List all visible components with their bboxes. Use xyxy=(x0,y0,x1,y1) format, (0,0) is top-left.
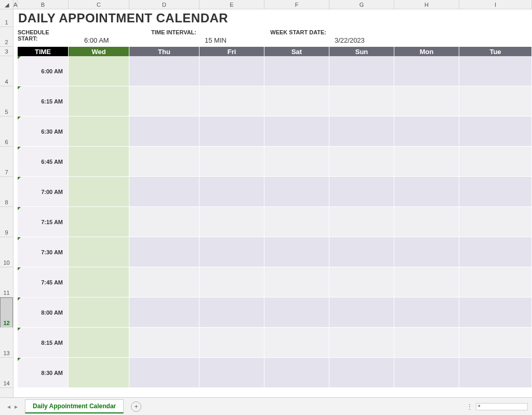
appt-cell[interactable] xyxy=(129,116,200,146)
time-cell[interactable]: 6:45 AM xyxy=(18,147,69,176)
appt-cell[interactable] xyxy=(264,267,329,297)
row-header-7[interactable]: 7 xyxy=(0,147,13,177)
appt-cell[interactable] xyxy=(264,207,329,237)
time-cell[interactable]: 6:15 AM xyxy=(18,86,69,116)
appt-cell[interactable] xyxy=(200,358,264,387)
appt-cell[interactable] xyxy=(459,86,532,116)
appt-cell[interactable] xyxy=(69,358,129,387)
row-header-2[interactable]: 2 xyxy=(0,27,13,47)
appt-cell[interactable] xyxy=(69,56,129,86)
appt-cell[interactable] xyxy=(329,328,394,357)
row-header-13[interactable]: 13 xyxy=(0,328,13,358)
appt-cell[interactable] xyxy=(69,237,129,267)
appt-cell[interactable] xyxy=(200,177,264,206)
appt-cell[interactable] xyxy=(459,116,532,146)
row-header-3[interactable]: 3 xyxy=(0,47,13,56)
appt-cell[interactable] xyxy=(264,358,329,387)
col-header-D[interactable]: D xyxy=(129,0,200,9)
appt-cell[interactable] xyxy=(200,328,264,357)
appt-cell[interactable] xyxy=(394,147,459,176)
appt-cell[interactable] xyxy=(264,147,329,176)
appt-cell[interactable] xyxy=(69,86,129,116)
appt-cell[interactable] xyxy=(69,267,129,297)
appt-cell[interactable] xyxy=(264,177,329,206)
appt-cell[interactable] xyxy=(394,358,459,387)
appt-cell[interactable] xyxy=(459,358,532,387)
row-header-4[interactable]: 4 xyxy=(0,56,13,86)
schedule-start-value[interactable]: 6:00 AM xyxy=(69,27,129,47)
appt-cell[interactable] xyxy=(69,297,129,327)
appt-cell[interactable] xyxy=(394,328,459,357)
col-header-G[interactable]: G xyxy=(329,0,394,9)
sheet-content[interactable]: DAILY APPOINTMENT CALENDAR SCHEDULE STAR… xyxy=(14,9,532,397)
appt-cell[interactable] xyxy=(129,267,200,297)
appt-cell[interactable] xyxy=(459,328,532,357)
appt-cell[interactable] xyxy=(459,177,532,206)
appt-cell[interactable] xyxy=(394,116,459,146)
sheet-tab-active[interactable]: Daily Appointment Calendar xyxy=(25,399,124,413)
row-header-8[interactable]: 8 xyxy=(0,177,13,207)
appt-cell[interactable] xyxy=(200,267,264,297)
appt-cell[interactable] xyxy=(394,56,459,86)
appt-cell[interactable] xyxy=(129,86,200,116)
row-header-11[interactable]: 11 xyxy=(0,267,13,297)
time-cell[interactable]: 7:15 AM xyxy=(18,207,69,237)
appt-cell[interactable] xyxy=(394,177,459,206)
col-header-I[interactable]: I xyxy=(459,0,532,9)
appt-cell[interactable] xyxy=(329,207,394,237)
time-cell[interactable]: 6:00 AM xyxy=(18,56,69,86)
col-header-E[interactable]: E xyxy=(200,0,264,9)
appt-cell[interactable] xyxy=(129,297,200,327)
time-cell[interactable]: 8:30 AM xyxy=(18,358,69,387)
appt-cell[interactable] xyxy=(329,267,394,297)
appt-cell[interactable] xyxy=(459,207,532,237)
appt-cell[interactable] xyxy=(394,207,459,237)
appt-cell[interactable] xyxy=(129,177,200,206)
week-start-value[interactable]: 3/22/2023 xyxy=(329,27,394,47)
col-header-C[interactable]: C xyxy=(69,0,129,9)
appt-cell[interactable] xyxy=(129,207,200,237)
appt-cell[interactable] xyxy=(69,328,129,357)
appt-cell[interactable] xyxy=(200,56,264,86)
appt-cell[interactable] xyxy=(329,86,394,116)
appt-cell[interactable] xyxy=(459,267,532,297)
appt-cell[interactable] xyxy=(200,207,264,237)
appt-cell[interactable] xyxy=(264,297,329,327)
appt-cell[interactable] xyxy=(329,297,394,327)
time-cell[interactable]: 6:30 AM xyxy=(18,116,69,146)
appt-cell[interactable] xyxy=(264,328,329,357)
appt-cell[interactable] xyxy=(200,86,264,116)
select-all-corner[interactable]: ◢ xyxy=(0,0,14,9)
time-cell[interactable]: 7:30 AM xyxy=(18,237,69,267)
appt-cell[interactable] xyxy=(329,56,394,86)
tab-prev-icon[interactable]: ◂ xyxy=(7,403,10,410)
appt-cell[interactable] xyxy=(329,147,394,176)
appt-cell[interactable] xyxy=(129,237,200,267)
row-header-9[interactable]: 9 xyxy=(0,207,13,237)
appt-cell[interactable] xyxy=(129,56,200,86)
appt-cell[interactable] xyxy=(264,237,329,267)
appt-cell[interactable] xyxy=(200,297,264,327)
row-header-10[interactable]: 10 xyxy=(0,237,13,267)
appt-cell[interactable] xyxy=(329,237,394,267)
time-cell[interactable]: 8:15 AM xyxy=(18,328,69,357)
row-header-14[interactable]: 14 xyxy=(0,358,13,388)
appt-cell[interactable] xyxy=(69,207,129,237)
appt-cell[interactable] xyxy=(69,147,129,176)
col-header-B[interactable]: B xyxy=(18,0,69,9)
appt-cell[interactable] xyxy=(459,297,532,327)
appt-cell[interactable] xyxy=(264,86,329,116)
appt-cell[interactable] xyxy=(329,358,394,387)
tab-next-icon[interactable]: ▸ xyxy=(15,403,18,410)
row-header-6[interactable]: 6 xyxy=(0,116,13,147)
appt-cell[interactable] xyxy=(264,116,329,146)
col-header-H[interactable]: H xyxy=(394,0,459,9)
appt-cell[interactable] xyxy=(200,237,264,267)
appt-cell[interactable] xyxy=(394,86,459,116)
row-header-12[interactable]: 12 xyxy=(0,297,13,328)
appt-cell[interactable] xyxy=(129,147,200,176)
row-header-5[interactable]: 5 xyxy=(0,86,13,116)
time-cell[interactable]: 7:00 AM xyxy=(18,177,69,206)
time-cell[interactable]: 8:00 AM xyxy=(18,297,69,327)
col-header-A[interactable]: A xyxy=(14,0,18,9)
